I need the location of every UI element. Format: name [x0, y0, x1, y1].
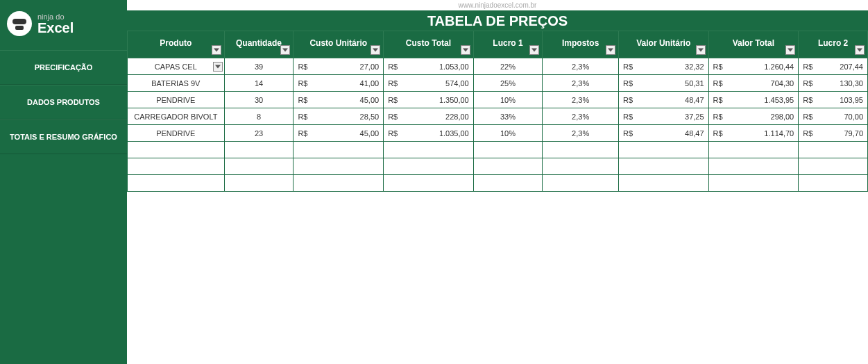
- cell-impostos[interactable]: 2,3%: [543, 108, 619, 125]
- empty-cell[interactable]: [543, 142, 619, 158]
- cell-lucro1[interactable]: 25%: [473, 75, 543, 92]
- empty-cell[interactable]: [224, 158, 293, 175]
- empty-cell[interactable]: [224, 142, 293, 158]
- empty-cell[interactable]: [799, 158, 868, 175]
- cell-lucro2[interactable]: R$207,44: [799, 58, 868, 75]
- empty-cell[interactable]: [128, 142, 225, 158]
- empty-cell[interactable]: [618, 175, 708, 192]
- cell-quantidade[interactable]: 39: [224, 58, 293, 75]
- currency-value: R$37,25: [623, 113, 704, 121]
- filter-dropdown-icon[interactable]: [371, 45, 380, 55]
- empty-cell[interactable]: [293, 158, 384, 175]
- empty-cell[interactable]: [473, 158, 543, 175]
- cell-custo-total[interactable]: R$1.053,00: [384, 58, 474, 75]
- cell-produto[interactable]: CARREGADOR BIVOLT: [128, 108, 225, 125]
- nav-totais-resumo[interactable]: TOTAIS E RESUMO GRÁFICO: [0, 119, 127, 154]
- empty-cell[interactable]: [708, 158, 799, 175]
- cell-custo-unitario[interactable]: R$41,00: [293, 75, 384, 92]
- empty-cell[interactable]: [293, 142, 384, 158]
- cell-dropdown-icon[interactable]: [213, 62, 223, 72]
- cell-custo-total[interactable]: R$574,00: [384, 75, 474, 92]
- cell-valor-total[interactable]: R$1.114,70: [708, 125, 799, 142]
- empty-cell[interactable]: [293, 175, 384, 192]
- currency-value: R$1.053,00: [388, 63, 469, 71]
- cell-produto[interactable]: PENDRIVE: [128, 125, 225, 142]
- empty-cell[interactable]: [543, 158, 619, 175]
- nav-precificacao[interactable]: PRECIFICAÇÃO: [0, 50, 127, 85]
- cell-custo-unitario[interactable]: R$45,00: [293, 125, 384, 142]
- currency-value: R$1.035,00: [388, 129, 469, 138]
- brand-top: ninja do: [37, 13, 74, 21]
- cell-lucro2[interactable]: R$130,30: [799, 75, 868, 92]
- cell-valor-unitario[interactable]: R$48,47: [618, 125, 708, 142]
- brand-bottom: Excel: [37, 21, 74, 35]
- empty-cell[interactable]: [618, 158, 708, 175]
- empty-cell[interactable]: [128, 158, 225, 175]
- empty-cell[interactable]: [618, 142, 708, 158]
- cell-custo-unitario[interactable]: R$27,00: [293, 58, 384, 75]
- cell-lucro1[interactable]: 33%: [473, 108, 543, 125]
- cell-produto[interactable]: BATERIAS 9V: [128, 75, 225, 92]
- cell-valor-total[interactable]: R$298,00: [708, 108, 799, 125]
- filter-dropdown-icon[interactable]: [529, 45, 539, 55]
- cell-valor-unitario[interactable]: R$37,25: [618, 108, 708, 125]
- cell-produto[interactable]: CAPAS CEL: [128, 58, 225, 75]
- cell-valor-unitario[interactable]: R$48,47: [618, 92, 708, 108]
- cell-valor-total[interactable]: R$1.453,95: [708, 92, 799, 108]
- column-header: Custo Total: [384, 31, 474, 58]
- cell-quantidade[interactable]: 8: [224, 108, 293, 125]
- filter-dropdown-icon[interactable]: [212, 45, 221, 55]
- cell-lucro1[interactable]: 10%: [473, 92, 543, 108]
- filter-dropdown-icon[interactable]: [461, 45, 470, 55]
- empty-cell[interactable]: [799, 175, 868, 192]
- page-title: TABELA DE PREÇOS: [127, 10, 868, 31]
- cell-quantidade[interactable]: 23: [224, 125, 293, 142]
- empty-cell[interactable]: [708, 142, 799, 158]
- empty-cell[interactable]: [384, 175, 474, 192]
- filter-dropdown-icon[interactable]: [606, 45, 615, 55]
- currency-value: R$704,30: [713, 79, 794, 88]
- cell-impostos[interactable]: 2,3%: [543, 75, 619, 92]
- header-label: Custo Total: [406, 38, 451, 48]
- currency-value: R$50,31: [623, 79, 704, 88]
- cell-quantidade[interactable]: 30: [224, 92, 293, 108]
- cell-produto[interactable]: PENDRIVE: [128, 92, 225, 108]
- cell-custo-total[interactable]: R$1.350,00: [384, 92, 474, 108]
- sidebar: ninja do Excel PRECIFICAÇÃO DADOS PRODUT…: [0, 0, 127, 364]
- empty-cell[interactable]: [224, 175, 293, 192]
- cell-custo-total[interactable]: R$1.035,00: [384, 125, 474, 142]
- cell-impostos[interactable]: 2,3%: [543, 125, 619, 142]
- empty-cell[interactable]: [384, 142, 474, 158]
- cell-lucro2[interactable]: R$70,00: [799, 108, 868, 125]
- cell-custo-unitario[interactable]: R$28,50: [293, 108, 384, 125]
- empty-cell[interactable]: [473, 175, 543, 192]
- cell-valor-total[interactable]: R$1.260,44: [708, 58, 799, 75]
- column-header: Lucro 2: [799, 31, 868, 58]
- cell-impostos[interactable]: 2,3%: [543, 92, 619, 108]
- currency-value: R$574,00: [388, 79, 469, 88]
- cell-impostos[interactable]: 2,3%: [543, 58, 619, 75]
- cell-lucro1[interactable]: 22%: [473, 58, 543, 75]
- cell-quantidade[interactable]: 14: [224, 75, 293, 92]
- cell-lucro2[interactable]: R$103,95: [799, 92, 868, 108]
- cell-lucro2[interactable]: R$79,70: [799, 125, 868, 142]
- header-label: Valor Unitário: [636, 38, 690, 48]
- cell-lucro1[interactable]: 10%: [473, 125, 543, 142]
- empty-cell[interactable]: [473, 142, 543, 158]
- cell-custo-total[interactable]: R$228,00: [384, 108, 474, 125]
- filter-dropdown-icon[interactable]: [696, 45, 706, 55]
- empty-cell[interactable]: [384, 158, 474, 175]
- cell-valor-unitario[interactable]: R$50,31: [618, 75, 708, 92]
- filter-dropdown-icon[interactable]: [785, 45, 795, 55]
- nav-dados-produtos[interactable]: DADOS PRODUTOS: [0, 85, 127, 119]
- empty-cell[interactable]: [708, 175, 799, 192]
- empty-cell[interactable]: [543, 175, 619, 192]
- cell-custo-unitario[interactable]: R$45,00: [293, 92, 384, 108]
- filter-dropdown-icon[interactable]: [855, 45, 865, 55]
- cell-valor-total[interactable]: R$704,30: [708, 75, 799, 92]
- filter-dropdown-icon[interactable]: [280, 45, 290, 55]
- empty-cell[interactable]: [128, 175, 225, 192]
- empty-cell[interactable]: [799, 142, 868, 158]
- cell-valor-unitario[interactable]: R$32,32: [618, 58, 708, 75]
- brand-text: ninja do Excel: [37, 13, 74, 35]
